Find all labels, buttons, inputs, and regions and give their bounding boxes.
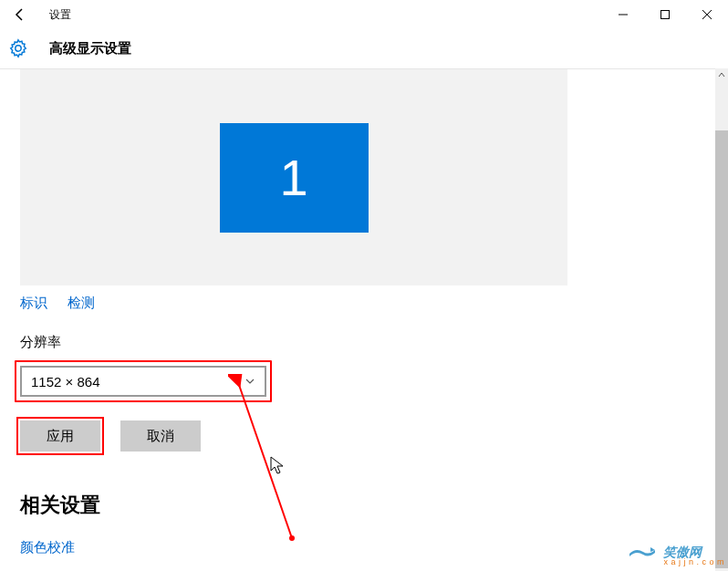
resolution-dropdown[interactable]: 1152 × 864 [20,366,266,397]
app-name: 设置 [49,7,71,23]
watermark-cn: 笑傲网 [663,545,724,558]
resolution-value: 1152 × 864 [31,374,100,389]
resolution-label: 分辨率 [20,334,728,351]
identify-link[interactable]: 标识 [20,295,47,310]
display-tile-number: 1 [279,148,307,207]
back-button[interactable] [9,4,31,26]
display-preview-panel: 1 [20,69,567,286]
watermark-logo-icon [627,544,658,567]
scroll-up-button[interactable] [715,68,728,81]
close-button[interactable] [686,0,728,29]
vertical-scrollbar[interactable] [715,68,728,571]
apply-button[interactable]: 应用 [20,420,100,452]
resolution-highlight: 1152 × 864 [15,360,272,402]
svg-rect-1 [661,11,670,19]
cancel-button[interactable]: 取消 [120,420,201,452]
chevron-down-icon [244,374,255,389]
page-title: 高级显示设置 [49,40,131,57]
color-calibration-link[interactable]: 颜色校准 [20,539,728,556]
scrollbar-thumb[interactable] [715,130,728,568]
watermark: 笑傲网 x a j j n . c o m [627,544,724,567]
watermark-en: x a j j n . c o m [663,558,724,566]
gear-icon [7,37,29,59]
related-settings-heading: 相关设置 [20,492,728,519]
cancel-label: 取消 [147,428,174,445]
minimize-button[interactable] [602,0,644,29]
apply-label: 应用 [47,428,74,445]
detect-link[interactable]: 检测 [68,295,95,310]
maximize-button[interactable] [644,0,686,29]
display-tile-1[interactable]: 1 [220,123,369,233]
